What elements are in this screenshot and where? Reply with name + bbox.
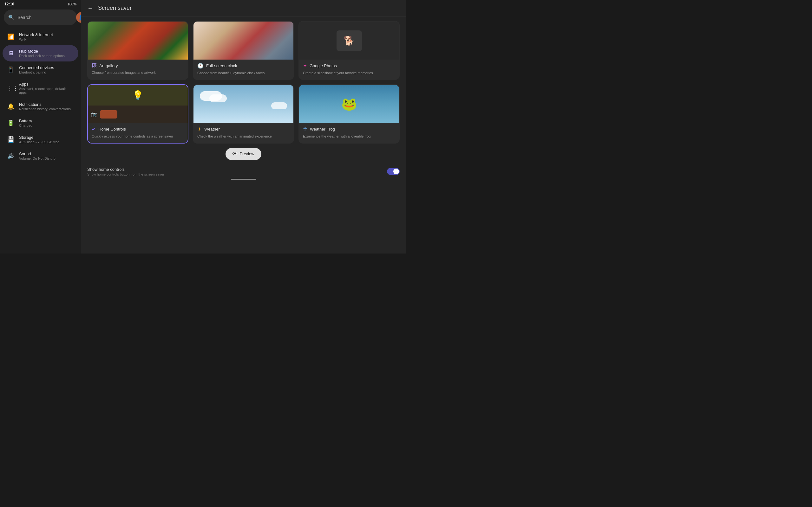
show-home-controls-text: Show home controls Show home controls bu… — [87, 167, 164, 176]
sidebar-item-sound-subtitle: Volume, Do Not Disturb — [19, 157, 55, 160]
sidebar-item-network[interactable]: 📶 Network & internet Wi-Fi — [3, 29, 78, 45]
card-full-clock-title: Full-screen clock — [206, 63, 237, 68]
sidebar-item-network-subtitle: Wi-Fi — [19, 38, 53, 41]
show-home-controls-sublabel: Show home controls button from the scree… — [87, 172, 164, 176]
search-icon: 🔍 — [8, 14, 14, 20]
sidebar-item-hubmode[interactable]: 🖥 Hub Mode Dock and lock screen options — [3, 45, 78, 61]
preview-label: Preview — [240, 152, 254, 156]
nav-list: 📶 Network & internet Wi-Fi 🖥 Hub Mode Do… — [0, 29, 81, 253]
card-weather-frog-image: 🐸 — [299, 85, 399, 123]
bulb-icon: 💡 — [132, 90, 143, 101]
preview-eye-icon: 👁 — [233, 151, 238, 157]
sidebar-item-apps-title: Apps — [19, 82, 74, 87]
sidebar-item-sound-title: Sound — [19, 152, 55, 156]
card-home-controls-desc: Quickly access your home controls as a s… — [92, 134, 184, 139]
show-home-controls-toggle[interactable] — [387, 168, 400, 175]
sidebar-item-battery-title: Battery — [19, 118, 32, 123]
sidebar-item-storage[interactable]: 💾 Storage 41% used - 76.09 GB free — [3, 131, 78, 148]
google-photos-icon: ✦ — [303, 63, 307, 69]
card-home-controls[interactable]: 💡 📷 ✔ Home Controls Quickly access your … — [87, 84, 189, 143]
card-full-clock[interactable]: 🕐 Full-screen clock Choose from beautifu… — [193, 21, 294, 80]
search-bar[interactable]: 🔍 👤 — [4, 9, 77, 25]
sound-icon: 🔊 — [7, 153, 14, 159]
sidebar-item-connected[interactable]: 📱 Connected devices Bluetooth, pairing — [3, 61, 78, 78]
status-bar: 12:16 100% — [0, 0, 81, 8]
card-home-controls-image: 💡 📷 — [88, 85, 188, 123]
back-button[interactable]: ← — [87, 4, 94, 12]
sidebar-item-connected-title: Connected devices — [19, 65, 54, 70]
card-full-clock-desc: Choose from beautiful, dynamic clock fac… — [197, 71, 290, 75]
battery-icon: 🔋 — [7, 119, 14, 126]
sidebar-item-storage-title: Storage — [19, 135, 59, 140]
sidebar-item-apps-subtitle: Assistant, recent apps, default apps — [19, 87, 74, 95]
card-weather[interactable]: ☀ Weather Check the weather with an anim… — [193, 84, 294, 143]
clock: 12:16 — [4, 2, 14, 6]
sidebar-item-hubmode-title: Hub Mode — [19, 49, 65, 54]
card-art-gallery-desc: Choose from curated images and artwork — [92, 70, 184, 75]
apps-icon: ⋮⋮ — [7, 84, 14, 92]
sidebar-item-battery-subtitle: Charged — [19, 124, 32, 127]
search-input[interactable] — [17, 15, 73, 20]
sidebar-item-apps[interactable]: ⋮⋮ Apps Assistant, recent apps, default … — [3, 78, 78, 98]
sidebar-item-sound[interactable]: 🔊 Sound Volume, Do Not Disturb — [3, 148, 78, 164]
card-google-photos-image: 🐕 — [299, 21, 399, 60]
screen-title: Screen saver — [98, 5, 132, 11]
bell-icon: 🔔 — [7, 103, 14, 110]
camera-icon: 📷 — [91, 111, 97, 117]
sidebar: 12:16 100% 🔍 👤 📶 Network & internet Wi-F… — [0, 0, 81, 253]
weather-frog-icon: ☂ — [303, 126, 307, 132]
top-bar: ← Screen saver — [81, 0, 406, 16]
full-clock-icon: 🕐 — [197, 63, 204, 69]
content-area: 🖼 Art gallery Choose from curated images… — [81, 16, 406, 253]
card-weather-frog[interactable]: 🐸 ☂ Weather Frog Experience the weather … — [299, 84, 400, 143]
home-controls-icon: ✔ — [92, 126, 96, 132]
sidebar-item-notifications[interactable]: 🔔 Notifications Notification history, co… — [3, 98, 78, 115]
card-weather-title: Weather — [204, 127, 220, 131]
sidebar-item-notifications-subtitle: Notification history, conversations — [19, 107, 71, 111]
card-weather-image — [194, 85, 293, 123]
storage-icon: 💾 — [7, 136, 14, 143]
card-full-clock-image — [194, 21, 293, 60]
card-art-gallery-title: Art gallery — [99, 63, 118, 68]
card-home-controls-title: Home Controls — [98, 127, 126, 131]
card-google-photos-desc: Create a slideshow of your favorite memo… — [303, 71, 395, 75]
card-weather-frog-desc: Experience the weather with a loveable f… — [303, 134, 395, 139]
sidebar-item-connected-subtitle: Bluetooth, pairing — [19, 70, 54, 74]
card-weather-desc: Check the weather with an animated exper… — [197, 134, 290, 139]
show-home-controls-label: Show home controls — [87, 167, 164, 172]
scroll-indicator — [231, 179, 256, 180]
main-panel: ← Screen saver 🖼 Art gallery Choose from… — [81, 0, 406, 253]
preview-button[interactable]: 👁 Preview — [225, 148, 261, 160]
card-google-photos-title: Google Photos — [310, 63, 337, 68]
wifi-icon: 📶 — [7, 33, 14, 40]
sidebar-item-storage-subtitle: 41% used - 76.09 GB free — [19, 140, 59, 144]
weather-icon: ☀ — [197, 126, 202, 132]
screensaver-grid: 🖼 Art gallery Choose from curated images… — [87, 21, 400, 144]
frog-emoji: 🐸 — [341, 97, 357, 112]
battery-percentage: 100% — [67, 2, 77, 6]
sidebar-item-hubmode-subtitle: Dock and lock screen options — [19, 54, 65, 58]
monitor-icon: 🖥 — [7, 50, 14, 57]
card-weather-frog-title: Weather Frog — [310, 127, 335, 131]
sidebar-item-network-title: Network & internet — [19, 32, 53, 37]
sidebar-item-battery[interactable]: 🔋 Battery Charged — [3, 115, 78, 131]
card-art-gallery-image — [88, 21, 188, 60]
show-home-controls-row: Show home controls Show home controls bu… — [87, 167, 400, 176]
status-right: 100% — [67, 2, 77, 6]
sidebar-item-notifications-title: Notifications — [19, 102, 71, 107]
art-gallery-icon: 🖼 — [92, 63, 97, 68]
card-art-gallery[interactable]: 🖼 Art gallery Choose from curated images… — [87, 21, 189, 80]
devices-icon: 📱 — [7, 66, 14, 73]
card-google-photos[interactable]: 🐕 ✦ Google Photos Create a slideshow of … — [299, 21, 400, 80]
